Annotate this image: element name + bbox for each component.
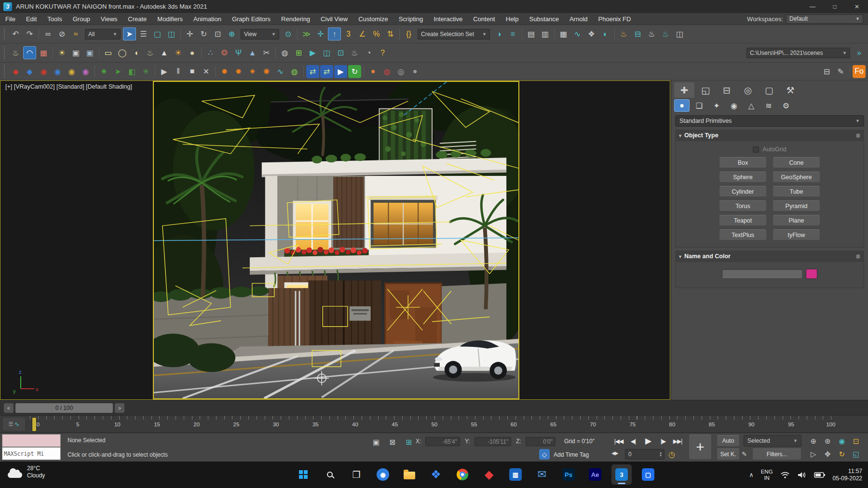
lock-selection-icon[interactable]: ⊠ (387, 436, 398, 448)
scene-explorer-icon[interactable]: ▤ (525, 27, 538, 40)
primitive-category-dropdown[interactable]: Standard Primitives ▼ (675, 115, 864, 127)
start-button[interactable] (293, 464, 313, 485)
select-and-scale-icon[interactable]: ⊡ (211, 27, 224, 40)
spinner-down-icon[interactable]: ▾ (660, 454, 662, 457)
render-in-cloud-icon[interactable]: ♨ (659, 27, 672, 40)
search-button[interactable] (320, 464, 340, 485)
object-type-button[interactable]: Pyramid (773, 200, 820, 211)
select-and-rotate-icon[interactable]: ↻ (197, 27, 210, 40)
z-coordinate-field[interactable]: 0'0" (526, 437, 556, 446)
material-editor-icon[interactable]: ◐ (599, 27, 612, 40)
key-filter-icon[interactable]: ✎ (742, 450, 747, 458)
workspace-dropdown[interactable]: Default ▼ (786, 14, 863, 24)
tyflow-spray-icon[interactable]: ✺ (260, 65, 273, 78)
select-and-manipulate-icon[interactable]: ✛ (314, 27, 327, 40)
menu-item[interactable]: Help (501, 13, 524, 25)
after-effects-icon[interactable]: Ae (585, 464, 605, 485)
unlink-selection-icon[interactable]: ⊘ (55, 27, 68, 40)
object-type-button[interactable]: Cone (773, 157, 820, 168)
select-by-name-icon[interactable]: ☰ (137, 27, 150, 40)
refresh-assets-icon[interactable]: ↻ (348, 65, 361, 78)
menu-item[interactable]: Phoenix FD (593, 13, 637, 25)
phoenix-toolbar-icon[interactable]: ◉ (65, 65, 78, 78)
viewport-label[interactable]: [+] [VRayCam002] [Standard] [Default Sha… (5, 83, 132, 90)
language-indicator[interactable]: ENG IN (761, 469, 773, 481)
go-to-start-button[interactable]: |◀◀ (611, 435, 626, 447)
tab-create[interactable]: ✚ (674, 82, 694, 98)
vray-light-mesh-icon[interactable]: ♨ (144, 46, 157, 59)
spinner-arrows[interactable]: ▴ ▾ (657, 451, 664, 457)
tab-utilities[interactable]: ⚒ (780, 82, 800, 98)
object-type-button[interactable]: Sphere (719, 171, 767, 183)
zoom-icon[interactable]: ⊕ (806, 435, 821, 448)
edit-named-selection-sets-icon[interactable]: {} (402, 27, 415, 40)
vray-light-sphere-icon[interactable]: ◯ (116, 46, 129, 59)
forest-pack-icon[interactable]: ♣ (97, 65, 110, 78)
menu-item[interactable]: Customize (353, 13, 393, 25)
undo-icon[interactable]: ↶ (9, 27, 22, 40)
rectangular-selection-region-icon[interactable]: ▢ (151, 27, 164, 40)
previous-frame-button[interactable]: < (4, 403, 14, 413)
open-mini-curve-editor-button[interactable]: ☰ ∿ (3, 418, 25, 431)
category-helpers[interactable]: △ (744, 99, 759, 112)
maxscript-listener-pink[interactable] (2, 434, 61, 447)
close-button[interactable]: ✕ (846, 0, 868, 13)
camera-app-icon[interactable]: ◉ (373, 464, 393, 485)
menu-item[interactable]: File (0, 13, 21, 25)
phoenix-liquid-preset-icon[interactable]: ◆ (23, 65, 36, 78)
vray-scene-converter-icon[interactable]: ▶ (306, 46, 319, 59)
object-type-button[interactable]: Torus (719, 200, 767, 211)
sim-play-icon[interactable]: ▶ (158, 65, 171, 78)
reference-coordinate-dropdown[interactable]: View▼ (241, 29, 279, 40)
snap-toggle-3d-icon[interactable]: 3 (342, 27, 355, 40)
category-geometry[interactable]: ● (674, 99, 690, 112)
rollout-menu-icon[interactable]: ≣ (856, 132, 860, 139)
category-lights[interactable]: ✦ (709, 99, 724, 112)
open-autodesk-app-icon[interactable]: ◫ (673, 27, 686, 40)
absolute-relative-icon[interactable]: ⊞ (403, 436, 415, 448)
3ds-max-icon[interactable]: 3 (611, 464, 632, 485)
phoenix-fire-preset-icon[interactable]: ◆ (9, 65, 22, 78)
snaps-toggle-icon[interactable]: ≫ (300, 27, 313, 40)
pan-icon[interactable]: ✥ (821, 448, 835, 461)
tray-chevron-up-icon[interactable]: ∧ (749, 471, 754, 478)
vray-render-icon[interactable]: ♨ (9, 46, 22, 59)
bind-to-space-warp-icon[interactable]: ≈ (69, 27, 82, 40)
menu-item[interactable]: Group (68, 13, 95, 25)
phoenix-fire-sim-icon[interactable]: ◉ (37, 65, 50, 78)
autogrid-checkbox[interactable] (753, 146, 759, 153)
category-cameras[interactable]: ◉ (726, 99, 742, 112)
select-and-move-icon[interactable]: ✛ (183, 27, 196, 40)
maximize-viewport-icon[interactable]: ◱ (849, 448, 864, 461)
curve-editor-icon[interactable]: ∿ (571, 27, 584, 40)
tab-hierarchy[interactable]: ⊟ (717, 82, 737, 98)
sim-delete-icon[interactable]: ✕ (200, 65, 213, 78)
project-folder-dropdown[interactable]: C:\Users\HP\... 2021\scenes▼ (746, 48, 850, 58)
tab-modify[interactable]: ◱ (695, 82, 716, 98)
angle-snap-icon[interactable]: ∠ (356, 27, 369, 40)
redo-icon[interactable]: ↷ (23, 27, 36, 40)
spinner-snap-icon[interactable]: ⇅ (384, 27, 397, 40)
object-type-button[interactable]: TextPlus (719, 229, 767, 240)
object-type-rollout-header[interactable]: ▾ Object Type ≣ (675, 130, 864, 141)
menu-item[interactable]: Views (95, 13, 122, 25)
menu-item[interactable]: Content (468, 13, 501, 25)
photoshop-icon[interactable]: Ps (558, 464, 579, 485)
object-type-button[interactable]: Tube (773, 186, 820, 197)
key-selection-dropdown[interactable]: Selected ▼ (744, 435, 801, 447)
fov-icon[interactable]: ▷ (806, 448, 821, 461)
object-type-button[interactable]: Box (719, 157, 767, 168)
sim-pause-icon[interactable]: ‖ (172, 65, 185, 78)
key-filters-button[interactable]: Filters... (752, 448, 801, 460)
vray-batch-render-icon[interactable]: ⊞ (292, 46, 305, 59)
sini-ignite-icon[interactable]: ● (366, 65, 380, 78)
y-coordinate-field[interactable]: -105'11" (475, 437, 511, 446)
tyflow-fire-icon[interactable]: ✹ (218, 65, 231, 78)
set-keys-button[interactable]: + (689, 435, 712, 460)
chaos-cosmos-icon[interactable]: ◔ (362, 46, 375, 59)
toolbar-overflow-icon[interactable]: » (853, 46, 866, 59)
mail-app-icon[interactable]: ✉ (532, 464, 552, 485)
vray-vfb-icon[interactable]: ◠ (23, 46, 36, 59)
menu-item[interactable]: Tools (42, 13, 67, 25)
battery-icon[interactable] (814, 472, 826, 478)
